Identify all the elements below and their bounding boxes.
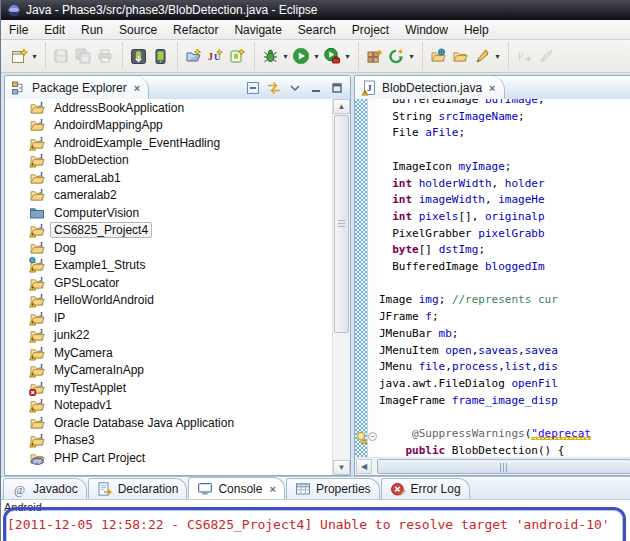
project-label: AndoirdMappingApp: [50, 117, 167, 133]
scroll-up-icon[interactable]: ▲: [333, 99, 350, 114]
close-view-icon[interactable]: ×: [134, 82, 140, 94]
menu-source[interactable]: Source: [111, 22, 165, 38]
fold-collapse-icon[interactable]: −: [368, 432, 377, 441]
project-example1-struts[interactable]: JExample1_Struts: [5, 257, 350, 275]
debug-button[interactable]: [259, 45, 281, 67]
collapse-all-icon[interactable]: [245, 80, 261, 96]
svg-text:@: @: [14, 483, 25, 497]
java-project-error-icon: J: [29, 380, 45, 396]
toolbar-group: P: [508, 43, 561, 69]
project-helloworldandroid[interactable]: JHelloWorldAndroid: [5, 292, 350, 310]
title-bar[interactable]: Java - Phase3/src/phase3/BlobDetection.j…: [1, 0, 630, 20]
debug-dropdown-icon[interactable]: ▾: [281, 52, 290, 61]
project-computervision[interactable]: ComputerVision: [5, 204, 350, 222]
scrollbar-thumb[interactable]: [334, 115, 349, 333]
close-editor-icon[interactable]: ×: [489, 82, 495, 94]
new-android-project-button[interactable]: [226, 45, 248, 67]
mark-occurrences-button[interactable]: [471, 45, 493, 67]
quill-button: [535, 45, 557, 67]
code-line: int pixels[], originalp: [379, 209, 630, 226]
maximize-icon[interactable]: [329, 80, 345, 96]
project-notepadv1[interactable]: JNotepadv1: [5, 397, 350, 415]
link-editor-icon[interactable]: [266, 80, 282, 96]
svg-text:J: J: [39, 135, 43, 143]
code-line: [379, 276, 630, 293]
project-oracle-database-java-application[interactable]: JOracle Database Java Application: [5, 414, 350, 432]
tab-label: Error Log: [411, 482, 461, 496]
project-junk22[interactable]: Jjunk22: [5, 327, 350, 345]
new-junit-test-button[interactable]: JU: [204, 45, 226, 67]
code-line: BufferedImage bufImage,: [379, 99, 630, 109]
project-mycamera[interactable]: JMyCamera: [5, 344, 350, 362]
scroll-left-icon[interactable]: ◀: [356, 459, 372, 474]
project-php-cart-project[interactable]: phpPHP Cart Project: [5, 449, 350, 467]
project-blobdetection[interactable]: JBlobDetection: [5, 152, 350, 170]
project-cameralab1[interactable]: JcameraLab1: [5, 169, 350, 187]
project-dog[interactable]: JDog: [5, 239, 350, 257]
open-folder-icon: [452, 48, 468, 64]
menu-refactor[interactable]: Refactor: [165, 22, 226, 38]
tab-javadoc[interactable]: @Javadoc: [3, 478, 87, 499]
editor-tabbar: J BlobDetection.java ×: [355, 76, 630, 100]
editor-hscrollbar[interactable]: ◀: [355, 457, 630, 475]
new-wizard-dropdown-icon[interactable]: ▾: [30, 52, 39, 61]
menu-run[interactable]: Run: [73, 22, 111, 38]
project-addressbookapplication[interactable]: JAddressBookApplication: [5, 99, 350, 117]
android-sdk-manager-button[interactable]: [127, 45, 149, 67]
menu-window[interactable]: Window: [397, 22, 456, 38]
eclipse-logo-icon: [7, 3, 21, 17]
close-console-icon[interactable]: ×: [269, 483, 275, 495]
run-external-tools-button[interactable]: [321, 45, 343, 67]
menu-project[interactable]: Project: [344, 22, 397, 38]
project-label: PHP Cart Project: [50, 450, 149, 466]
g-plus-icon: [388, 48, 405, 65]
run-external-tools-dropdown-icon[interactable]: ▾: [343, 52, 352, 61]
project-cameralab2[interactable]: Jcameralab2: [5, 187, 350, 205]
mark-occurrences-dropdown-icon[interactable]: ▾: [493, 52, 502, 61]
annotation-icon: P: [516, 48, 533, 65]
console-process-label: Android: [4, 501, 42, 513]
eclipse-window: Java - Phase3/src/phase3/BlobDetection.j…: [0, 0, 630, 541]
svg-text:J: J: [39, 345, 43, 353]
run-dropdown-icon[interactable]: ▾: [312, 52, 321, 61]
menu-search[interactable]: Search: [290, 22, 344, 38]
tab-properties[interactable]: Properties: [286, 478, 380, 499]
avd-manager-button[interactable]: [149, 45, 171, 67]
menu-navigate[interactable]: Navigate: [226, 22, 289, 38]
tab-declaration[interactable]: Declaration: [88, 478, 188, 499]
menu-help[interactable]: Help: [456, 22, 497, 38]
run-button[interactable]: [290, 45, 312, 67]
warning-bulb-icon[interactable]: [355, 430, 368, 443]
project-gpslocator[interactable]: JGPSLocator: [5, 274, 350, 292]
package-explorer-view: Package Explorer × JAddressBookApplicati…: [4, 75, 351, 476]
menu-file[interactable]: File: [1, 22, 36, 38]
new-wizard-button[interactable]: [8, 45, 30, 67]
new-working-set-button[interactable]: [363, 45, 385, 67]
project-ip[interactable]: JIP: [5, 309, 350, 327]
open-file-button[interactable]: [449, 45, 471, 67]
php-project-icon: php: [29, 450, 45, 466]
tab-error-log[interactable]: Error Log: [381, 478, 470, 499]
package-explorer-tab[interactable]: Package Explorer ×: [5, 76, 149, 99]
package-explorer-scrollbar[interactable]: ▲ ▼: [332, 99, 350, 475]
minimize-icon[interactable]: [308, 80, 324, 96]
project-androidexample-eventhadling[interactable]: JAndroidExample_EventHadling: [5, 134, 350, 152]
project-label: Example1_Struts: [50, 257, 149, 273]
hscrollbar-thumb[interactable]: [377, 459, 630, 474]
menu-edit[interactable]: Edit: [36, 22, 73, 38]
editor-tab-blobdetection[interactable]: J BlobDetection.java ×: [355, 76, 505, 99]
project-andoirdmappingapp[interactable]: JAndoirdMappingApp: [5, 117, 350, 135]
scroll-down-icon[interactable]: ▼: [333, 460, 350, 475]
project-cs6825-project4[interactable]: JCS6825_Project4: [5, 222, 350, 240]
new-java-project-button[interactable]: [182, 45, 204, 67]
view-menu-icon[interactable]: [287, 80, 303, 96]
coverage-button[interactable]: [385, 45, 407, 67]
project-mytestapplet[interactable]: JmyTestApplet: [5, 379, 350, 397]
import-web-project-button[interactable]: [427, 45, 449, 67]
coverage-dropdown-icon[interactable]: ▾: [407, 52, 416, 61]
project-phase3[interactable]: JPhase3: [5, 432, 350, 450]
code-editor[interactable]: BufferedImage bufImage, String srcImageN…: [355, 99, 630, 458]
project-mycamerainapp[interactable]: JMyCameraInApp: [5, 362, 350, 380]
tab-console[interactable]: Console×: [188, 477, 284, 499]
svg-text:J: J: [39, 433, 43, 441]
